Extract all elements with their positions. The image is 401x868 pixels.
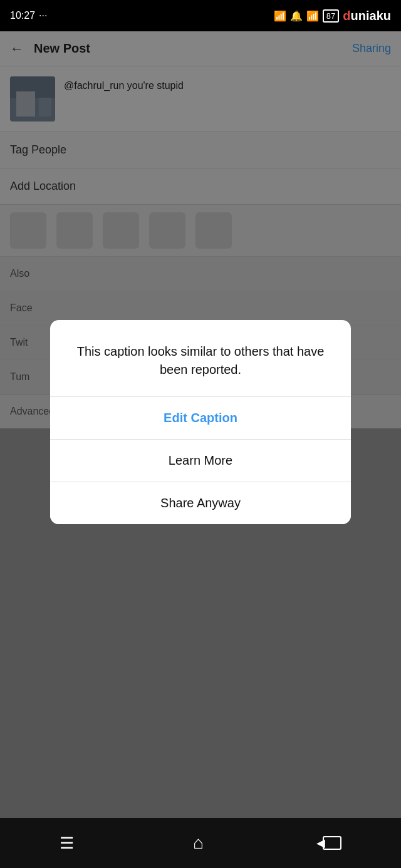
- logo-rest: uniaku: [351, 9, 391, 23]
- menu-nav-icon[interactable]: ☰: [60, 834, 74, 853]
- bluetooth-icon: 📶: [274, 10, 286, 22]
- home-nav-icon[interactable]: ⌂: [193, 833, 204, 853]
- status-dots: ···: [39, 10, 47, 21]
- duniaku-logo: duniaku: [343, 9, 391, 23]
- share-anyway-button[interactable]: Share Anyway: [50, 482, 351, 524]
- back-nav-icon[interactable]: ◀: [323, 836, 341, 850]
- status-bar-right: 📶 🔔 📶 87 duniaku: [274, 9, 391, 23]
- bottom-nav: ☰ ⌂ ◀: [0, 818, 401, 868]
- battery-indicator: 87: [323, 9, 339, 23]
- status-bar: 10:27 ··· 📶 🔔 📶 87 duniaku: [0, 0, 401, 31]
- learn-more-button[interactable]: Learn More: [50, 440, 351, 482]
- caption-warning-dialog: This caption looks similar to others tha…: [50, 320, 351, 524]
- status-time: 10:27: [10, 10, 35, 21]
- wifi-icon: 📶: [306, 10, 319, 22]
- dialog-message: This caption looks similar to others tha…: [70, 343, 331, 379]
- status-bar-left: 10:27 ···: [10, 10, 47, 21]
- logo-d: d: [343, 9, 350, 23]
- dialog-body: This caption looks similar to others tha…: [50, 320, 351, 396]
- notification-icon: 🔔: [290, 10, 303, 22]
- edit-caption-button[interactable]: Edit Caption: [50, 397, 351, 439]
